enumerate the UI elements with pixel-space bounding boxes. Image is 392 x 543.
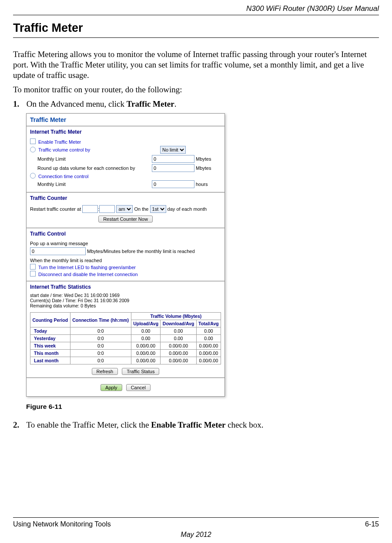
cell-period: Last month: [30, 357, 70, 364]
counter-heading: Traffic Counter: [27, 192, 224, 203]
step-1-pre: On the Advanced menu, click: [27, 99, 127, 108]
col-total: Total/Avg: [196, 320, 221, 327]
time-limit-unit: hours: [196, 182, 208, 187]
footer-left: Using Network Monitoring Tools: [13, 520, 111, 528]
enable-traffic-label: Enable Traffic Meter: [38, 139, 81, 145]
cell-total: 0.00/0.00: [196, 342, 221, 350]
cell-period: Today: [30, 327, 70, 335]
panel-title: Traffic Meter: [27, 114, 224, 125]
table-row: Last month0:00.00/0.000.00/0.000.00/0.00: [30, 357, 221, 364]
step-2-bold: Enable Traffic Meter: [151, 420, 225, 429]
table-row: Yesterday0:00.000.000.00: [30, 335, 221, 342]
led-label: Turn the Internet LED to flashing green/…: [38, 265, 136, 270]
footer-date: May 2012: [13, 531, 379, 539]
round-up-unit: Mbytes: [196, 165, 211, 171]
cell-period: This week: [30, 342, 70, 350]
step-1-post: .: [174, 99, 177, 108]
enable-traffic-checkbox[interactable]: [30, 138, 36, 144]
intro-paragraph: Traffic Metering allows you to monitor t…: [13, 49, 379, 80]
col-upload: Upload/Avg: [131, 320, 161, 327]
refresh-button[interactable]: Refresh: [92, 368, 118, 375]
cell-download: 0.00/0.00: [161, 350, 196, 357]
cell-download: 0.00: [161, 327, 196, 335]
section-heading: Traffic Meter: [13, 21, 379, 35]
col-conn: Connection Time (hh:mm): [70, 313, 131, 327]
day-select[interactable]: 1st: [150, 205, 166, 213]
popup-label: Pop up a warning message: [30, 241, 88, 246]
step-2-post: check box.: [225, 420, 263, 429]
cell-total: 0.00/0.00: [196, 350, 221, 357]
cell-conn: 0:0: [70, 357, 131, 364]
on-the-label: On the: [134, 206, 148, 212]
step-1-number: 1.: [13, 99, 24, 109]
col-volume: Traffic Volume (Mbytes): [131, 313, 221, 320]
step-2-number: 2.: [13, 420, 24, 430]
restart-label: Restart traffic counter at: [30, 206, 81, 212]
time-control-label: Connection time control: [38, 174, 89, 179]
volume-control-select[interactable]: No limit: [160, 146, 186, 154]
volume-control-label: Traffic volume control by: [38, 147, 160, 152]
cell-upload: 0.00/0.00: [131, 342, 161, 350]
disconnect-checkbox[interactable]: [30, 271, 36, 277]
monthly-limit-unit: Mbytes: [196, 156, 211, 162]
cell-download: 0.00/0.00: [161, 357, 196, 364]
itm-heading: Internet Traffic Meter: [27, 126, 224, 137]
warn-post-label: Mbytes/Minutes before the monthly limit …: [87, 249, 195, 254]
cell-upload: 0.00: [131, 335, 161, 342]
cell-total: 0.00/0.00: [196, 357, 221, 364]
table-row: This month0:00.00/0.000.00/0.000.00/0.00: [30, 350, 221, 357]
stats-start: start date / time: Wed Dec 31 16:00:00 1…: [30, 293, 221, 298]
cell-total: 0.00: [196, 327, 221, 335]
cell-upload: 0.00/0.00: [131, 350, 161, 357]
doc-title: N300 WiFi Router (N300R) User Manual: [13, 0, 379, 13]
table-row: This week0:00.00/0.000.00/0.000.00/0.00: [30, 342, 221, 350]
monthly-limit-input[interactable]: [152, 155, 194, 163]
cell-conn: 0:0: [70, 335, 131, 342]
cell-conn: 0:0: [70, 350, 131, 357]
cell-conn: 0:0: [70, 327, 131, 335]
time-limit-label: Monthly Limit: [37, 182, 152, 187]
step-1: 1. On the Advanced menu, click Traffic M…: [13, 99, 379, 109]
ampm-select[interactable]: am: [116, 205, 133, 213]
stats-remaining: Remaining data volume: 0 Bytes: [30, 303, 221, 308]
led-checkbox[interactable]: [30, 264, 36, 270]
warn-value-input[interactable]: [30, 247, 86, 255]
restart-minute-input[interactable]: [99, 205, 115, 213]
traffic-status-button[interactable]: Traffic Status: [122, 368, 159, 375]
when-reached-label: When the monthly limit is reached: [30, 258, 102, 263]
cell-total: 0.00: [196, 335, 221, 342]
stats-current: Current(s) Date / Time: Fri Dec 31 16:00…: [30, 298, 221, 303]
time-limit-input[interactable]: [152, 180, 194, 188]
cell-period: Yesterday: [30, 335, 70, 342]
monthly-limit-label: Monthly Limit: [37, 156, 152, 162]
figure-caption: Figure 6-11: [26, 403, 379, 411]
instruction-paragraph: To monitor traffic on your router, do th…: [13, 84, 379, 95]
cell-download: 0.00: [161, 335, 196, 342]
control-heading: Traffic Control: [27, 228, 224, 239]
cell-download: 0.00/0.00: [161, 342, 196, 350]
col-period: Counting Period: [30, 313, 70, 327]
round-up-label: Round up data volume for each connection…: [37, 165, 152, 171]
time-control-radio[interactable]: [30, 173, 36, 179]
restart-counter-button[interactable]: Restart Counter Now: [98, 216, 153, 223]
cell-period: This month: [30, 350, 70, 357]
page-footer: Using Network Monitoring Tools 6-15 May …: [13, 516, 379, 539]
stats-heading: Internet Traffic Statistics: [27, 281, 224, 292]
cell-upload: 0.00: [131, 327, 161, 335]
restart-hour-input[interactable]: [82, 205, 98, 213]
day-post-label: day of each month: [168, 206, 207, 212]
stats-table: Counting Period Connection Time (hh:mm) …: [30, 312, 221, 364]
cell-upload: 0.00/0.00: [131, 357, 161, 364]
footer-right: 6-15: [365, 520, 379, 528]
header-rule: [13, 15, 379, 15]
step-2-pre: To enable the Traffic Meter, click the: [26, 420, 151, 429]
col-download: Download/Avg: [161, 320, 196, 327]
round-up-input[interactable]: [152, 164, 194, 172]
step-2: 2. To enable the Traffic Meter, click th…: [13, 420, 379, 430]
table-row: Today0:00.000.000.00: [30, 327, 221, 335]
apply-button[interactable]: Apply: [101, 384, 122, 391]
volume-control-radio[interactable]: [30, 147, 36, 152]
router-screenshot: Traffic Meter Internet Traffic Meter Ena…: [26, 113, 225, 397]
cancel-button[interactable]: Cancel: [126, 384, 151, 391]
disconnect-label: Disconnect and disable the Internet conn…: [38, 272, 138, 277]
